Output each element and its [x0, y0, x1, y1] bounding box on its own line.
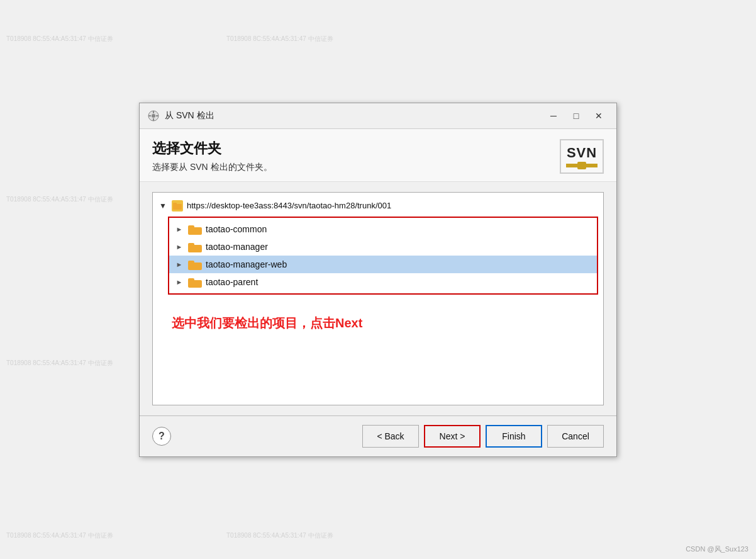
tree-item-taotao-parent[interactable]: ► taotao-parent	[169, 273, 597, 291]
chevron-icon: ►	[174, 261, 184, 268]
page-subtitle: 选择要从 SVN 检出的文件夹。	[152, 162, 272, 173]
cancel-button[interactable]: Cancel	[547, 425, 604, 448]
button-bar: ? < Back Next > Finish Cancel	[140, 416, 616, 456]
chevron-icon: ►	[174, 225, 184, 233]
tree-item-label: taotao-parent	[206, 277, 258, 287]
finish-button[interactable]: Finish	[486, 425, 542, 448]
tree-panel[interactable]: ▼ https://desktop-tee3ass:8443/svn/taota…	[152, 192, 604, 405]
svg-rect-4	[148, 115, 151, 116]
window-title: 从 SVN 检出	[165, 110, 214, 121]
next-button[interactable]: Next >	[424, 425, 481, 448]
root-folder-icon	[172, 200, 183, 212]
folder-icon	[188, 259, 202, 270]
button-bar-left: ?	[152, 427, 171, 446]
svn-logo-bar	[566, 164, 598, 167]
header-text: 选择文件夹 选择要从 SVN 检出的文件夹。	[152, 139, 272, 173]
svg-point-1	[152, 114, 155, 118]
tree-children: ► taotao-common ► taotao-manager ► taota…	[168, 217, 598, 295]
header-section: 选择文件夹 选择要从 SVN 检出的文件夹。 SVN	[140, 129, 616, 182]
annotation-text: 选中我们要检出的项目，点击Next	[153, 302, 381, 344]
title-bar-left: 从 SVN 检出	[147, 110, 214, 122]
tree-item-taotao-common[interactable]: ► taotao-common	[169, 220, 597, 238]
title-bar: 从 SVN 检出 ─ □ ✕	[140, 103, 616, 129]
svn-logo: SVN	[560, 139, 604, 174]
footer-watermark: CSDN @风_Sux123	[686, 545, 748, 554]
svg-rect-2	[153, 111, 154, 113]
tree-root-label: https://desktop-tee3ass:8443/svn/taotao-…	[187, 201, 391, 210]
tree-item-label: taotao-manager	[206, 242, 268, 252]
tree-item-label: taotao-common	[206, 224, 267, 234]
tree-item-label: taotao-manager-web	[206, 259, 287, 269]
root-chevron-icon[interactable]: ▼	[158, 201, 168, 210]
tree-item-taotao-manager-web[interactable]: ► taotao-manager-web	[169, 256, 597, 273]
svg-rect-5	[156, 115, 158, 116]
back-button[interactable]: < Back	[362, 425, 419, 448]
svg-rect-3	[153, 118, 154, 121]
folder-icon	[188, 241, 202, 252]
svn-checkout-dialog: 从 SVN 检出 ─ □ ✕ 选择文件夹 选择要从 SVN 检出的文件夹。 SV…	[139, 103, 617, 457]
tree-root-row: ▼ https://desktop-tee3ass:8443/svn/taota…	[153, 198, 603, 214]
help-button[interactable]: ?	[152, 427, 171, 446]
svn-logo-text: SVN	[567, 145, 597, 161]
folder-icon	[188, 276, 202, 288]
chevron-icon: ►	[174, 278, 184, 286]
tree-item-taotao-manager[interactable]: ► taotao-manager	[169, 238, 597, 256]
lower-empty	[153, 349, 603, 400]
svn-title-icon	[147, 110, 160, 122]
maximize-button[interactable]: □	[566, 108, 586, 123]
folder-icon	[188, 223, 202, 235]
chevron-icon: ►	[174, 243, 184, 251]
button-bar-right: < Back Next > Finish Cancel	[362, 425, 604, 448]
minimize-button[interactable]: ─	[543, 108, 564, 123]
main-content: ▼ https://desktop-tee3ass:8443/svn/taota…	[140, 182, 616, 415]
close-button[interactable]: ✕	[589, 108, 609, 123]
page-title: 选择文件夹	[152, 139, 272, 158]
title-bar-controls: ─ □ ✕	[543, 108, 609, 123]
svg-rect-7	[173, 203, 177, 205]
